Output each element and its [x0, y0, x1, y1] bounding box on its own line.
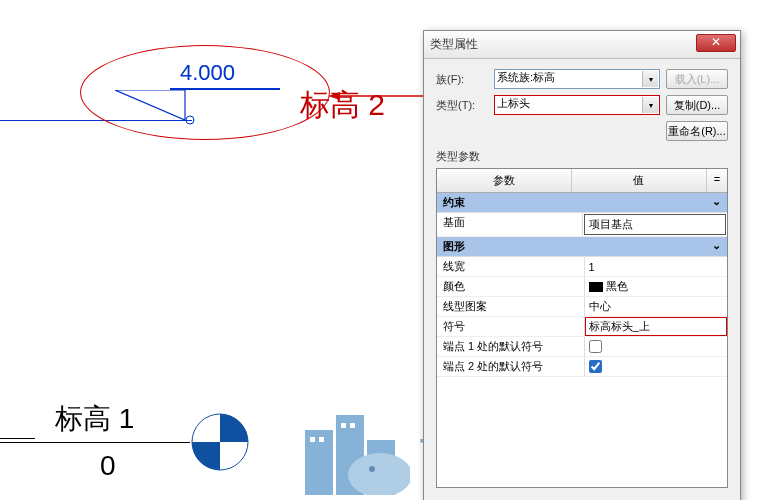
header-eq[interactable]: = [707, 169, 727, 192]
param-base-label: 基面 [437, 213, 583, 236]
family-value: 系统族:标高 [497, 71, 555, 83]
param-linepattern-label: 线型图案 [437, 297, 585, 316]
annotation-arrow [328, 90, 438, 98]
param-color-label: 颜色 [437, 277, 585, 296]
drawing-canvas: 4.000 标高 2 标高 1 0 [0, 0, 420, 500]
param-default2-label: 端点 2 处的默认符号 [437, 357, 585, 376]
param-color-value[interactable]: 黑色 [585, 277, 728, 296]
default2-checkbox[interactable] [589, 360, 602, 373]
color-swatch-icon [589, 282, 603, 292]
group-graphics[interactable]: 图形⌄ [437, 237, 727, 257]
type-value: 上标头 [497, 97, 530, 109]
level-1-line [0, 442, 190, 443]
header-value[interactable]: 值 [572, 169, 707, 192]
table-row: 端点 2 处的默认符号 [437, 357, 727, 377]
level-1-label[interactable]: 标高 1 [55, 400, 134, 438]
level-1-line-top [0, 438, 35, 439]
param-symbol-label: 符号 [437, 317, 585, 336]
type-properties-dialog: 类型属性 ✕ 族(F): 系统族:标高 ▾ 载入(L)... 类型(T): 上标… [423, 30, 741, 500]
default1-checkbox[interactable] [589, 340, 602, 353]
params-table: 参数 值 = 约束⌄ 基面 项目基点 图形⌄ 线宽 1 颜色 黑色 线型图案 中… [436, 168, 728, 488]
params-empty-space [437, 377, 727, 487]
param-base-value[interactable]: 项目基点 [584, 214, 727, 235]
load-button[interactable]: 载入(L)... [666, 69, 728, 89]
dialog-titlebar[interactable]: 类型属性 ✕ [424, 31, 740, 59]
type-params-label: 类型参数 [436, 149, 728, 164]
collapse-icon: ⌄ [712, 195, 721, 210]
duplicate-button[interactable]: 复制(D)... [666, 95, 728, 115]
param-default1-label: 端点 1 处的默认符号 [437, 337, 585, 356]
family-select[interactable]: 系统族:标高 ▾ [494, 69, 660, 89]
param-lineweight-label: 线宽 [437, 257, 585, 276]
table-row: 端点 1 处的默认符号 [437, 337, 727, 357]
annotation-ellipse [80, 45, 330, 140]
table-row: 符号 标高标头_上 [437, 317, 727, 337]
level-1-value[interactable]: 0 [100, 450, 116, 482]
param-linepattern-value[interactable]: 中心 [585, 297, 728, 316]
family-label: 族(F): [436, 72, 488, 87]
close-button[interactable]: ✕ [696, 34, 736, 52]
chevron-down-icon: ▾ [642, 71, 658, 87]
param-lineweight-value[interactable]: 1 [585, 257, 728, 276]
type-select[interactable]: 上标头 ▾ [494, 95, 660, 115]
rename-button[interactable]: 重命名(R)... [666, 121, 728, 141]
type-label: 类型(T): [436, 98, 488, 113]
table-row: 颜色 黑色 [437, 277, 727, 297]
table-row: 线型图案 中心 [437, 297, 727, 317]
params-table-header: 参数 值 = [437, 169, 727, 193]
param-default2-value[interactable] [585, 357, 728, 376]
param-symbol-value[interactable]: 标高标头_上 [585, 317, 728, 336]
dialog-title: 类型属性 [430, 36, 478, 53]
group-constraint[interactable]: 约束⌄ [437, 193, 727, 213]
param-default1-value[interactable] [585, 337, 728, 356]
table-row: 基面 项目基点 [437, 213, 727, 237]
table-row: 线宽 1 [437, 257, 727, 277]
collapse-icon: ⌄ [712, 239, 721, 254]
level-datum-symbol[interactable] [190, 412, 250, 472]
header-param[interactable]: 参数 [437, 169, 572, 192]
chevron-down-icon: ▾ [642, 97, 658, 113]
